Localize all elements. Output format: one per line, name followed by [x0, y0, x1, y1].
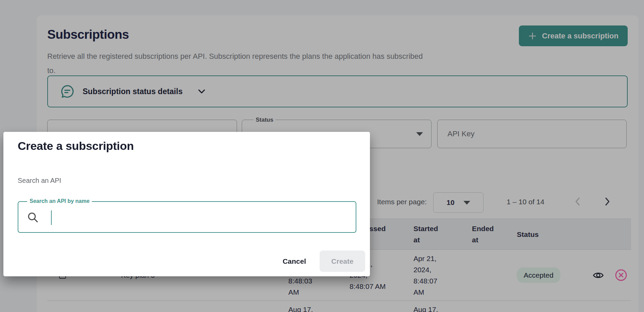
search-api-section-label: Search an API	[18, 177, 61, 185]
search-icon	[27, 211, 39, 224]
search-api-input[interactable]	[54, 205, 346, 229]
create-subscription-modal: Create a subscription Search an API Sear…	[3, 132, 370, 276]
modal-actions: Cancel Create	[283, 250, 365, 272]
text-cursor	[51, 210, 52, 225]
cancel-button[interactable]: Cancel	[283, 257, 306, 265]
modal-title: Create a subscription	[18, 139, 134, 153]
create-button[interactable]: Create	[320, 250, 365, 272]
search-api-field[interactable]: Search an API by name	[18, 201, 356, 233]
search-api-field-label: Search an API by name	[27, 198, 92, 204]
